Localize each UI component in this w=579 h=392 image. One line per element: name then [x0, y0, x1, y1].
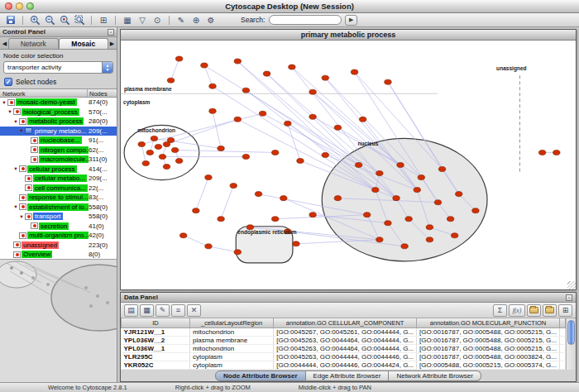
network-node[interactable] — [234, 59, 241, 64]
tree-row[interactable]: ▼ mosaic-demo-yeast 874(0) — [0, 98, 117, 108]
expander-icon[interactable]: ▼ — [18, 128, 25, 133]
table-cell[interactable]: mitochondrion — [190, 327, 274, 336]
network-edge[interactable] — [171, 59, 179, 80]
table-cell[interactable]: YLR295C — [122, 352, 190, 361]
network-node[interactable] — [472, 208, 479, 213]
network-node[interactable] — [218, 217, 224, 222]
table-row[interactable]: YPL036W__1mitochondrion[GO:0045263, GO:0… — [122, 344, 566, 352]
network-node[interactable] — [289, 65, 295, 69]
zoom-selected-button[interactable] — [58, 14, 71, 26]
network-node[interactable] — [376, 171, 383, 176]
network-node[interactable] — [242, 88, 249, 93]
network-edge[interactable] — [204, 65, 380, 173]
edit-attribute-button[interactable]: ✎ — [156, 304, 170, 317]
select-nodes-checkbox[interactable]: ✓ — [4, 78, 12, 86]
save-session-button[interactable] — [4, 14, 17, 26]
network-edge[interactable] — [288, 123, 300, 160]
table-cell[interactable]: [GO:0005488, GO:0005215, GO:0005374, G..… — [417, 361, 560, 369]
filter-button[interactable]: ▽ — [136, 14, 149, 26]
network-node[interactable] — [201, 63, 208, 68]
layout-button[interactable]: ⊙ — [151, 14, 164, 26]
close-window-icon[interactable] — [5, 2, 12, 10]
network-node[interactable] — [280, 196, 287, 201]
network-node[interactable] — [234, 250, 241, 255]
table-row[interactable]: YKR052Ccytoplasm[GO:0044444, GO:0044446,… — [122, 361, 566, 369]
zoom-out-button[interactable] — [43, 14, 56, 26]
network-node[interactable] — [151, 136, 157, 141]
network-canvas[interactable]: plasma membranecytoplasmmitochondrionnuc… — [121, 41, 576, 289]
tree-row[interactable]: ▼ cellular process 414(... — [0, 165, 117, 174]
network-edge[interactable] — [208, 246, 237, 252]
tab-network[interactable]: Network — [8, 38, 59, 49]
network-node[interactable] — [363, 213, 370, 218]
network-node[interactable] — [193, 208, 199, 213]
expander-icon[interactable]: ▼ — [12, 119, 19, 124]
table-cell[interactable]: [GO:0016787, GO:0005488, GO:0003824, G..… — [417, 352, 560, 361]
column-header[interactable]: _cellularLayoutRegion — [190, 318, 274, 327]
network-edge[interactable] — [213, 111, 221, 148]
network-node[interactable] — [385, 79, 391, 84]
network-node[interactable] — [455, 192, 462, 197]
network-node[interactable] — [138, 141, 145, 146]
network-node[interactable] — [538, 150, 545, 155]
network-node[interactable] — [322, 152, 328, 157]
network-node[interactable] — [209, 108, 216, 113]
zoom-window-icon[interactable] — [26, 2, 34, 10]
table-cell[interactable]: [GO:0016787, GO:0005488, GO:0005215, G..… — [417, 336, 560, 344]
search-go-button[interactable]: ▶ — [345, 15, 357, 26]
network-node[interactable] — [359, 117, 366, 122]
network-edge[interactable] — [196, 178, 208, 211]
network-node[interactable] — [234, 117, 241, 122]
table-cell[interactable]: YPL036W__1 — [122, 344, 190, 352]
network-node[interactable] — [255, 192, 261, 197]
network-node[interactable] — [163, 164, 170, 169]
expander-icon[interactable]: ▼ — [18, 214, 25, 219]
network-node[interactable] — [167, 137, 174, 142]
network-node[interactable] — [401, 244, 408, 249]
network-node[interactable] — [447, 217, 453, 222]
float-panel-icon[interactable]: ▫ — [108, 29, 114, 36]
scrollbar-thumb[interactable] — [567, 320, 575, 345]
tree-row[interactable]: ▼ establishment of lo... 558(0) — [0, 203, 117, 213]
network-node[interactable] — [414, 188, 420, 193]
network-node[interactable] — [393, 196, 400, 201]
network-node[interactable] — [434, 200, 441, 205]
network-node[interactable] — [309, 213, 316, 218]
table-row[interactable]: YPL036W__2plasma membrane[GO:0045263, GO… — [122, 336, 566, 344]
table-cell[interactable]: [GO:0016787, GO:0005488, GO:0005215, G..… — [417, 327, 560, 336]
network-node[interactable] — [372, 188, 379, 193]
open-folder-button[interactable] — [527, 304, 541, 317]
tree-row[interactable]: response to stimul... 83(... — [0, 193, 117, 203]
matrix-button[interactable]: ⊞ — [558, 304, 572, 317]
network-node[interactable] — [355, 162, 361, 167]
column-header[interactable]: annotation.GO CELLULAR_COMPONENT — [274, 318, 417, 327]
network-node[interactable] — [334, 125, 341, 130]
tree-row[interactable]: cell communica... 22(... — [0, 184, 117, 194]
tab-node-attribute-browser[interactable]: Node Attribute Browser — [215, 370, 306, 381]
network-node[interactable] — [171, 147, 178, 152]
network-node[interactable] — [351, 69, 357, 74]
tree-row[interactable]: ▼ biological_process 570(... — [0, 108, 117, 117]
table-cell[interactable]: mitochondrion — [190, 344, 274, 352]
zoom-in-button[interactable] — [28, 14, 41, 26]
network-node[interactable] — [451, 233, 457, 238]
network-node[interactable] — [322, 75, 328, 80]
vizmapper-button[interactable]: ▦ — [121, 14, 134, 26]
tree-row[interactable]: macromolecule... 311(0) — [0, 155, 117, 165]
window-titlebar[interactable]: Cytoscape Desktop (New Session) — [0, 0, 579, 13]
tree-row[interactable]: unassigned 223(0) — [0, 241, 117, 251]
table-cell[interactable]: plasma membrane — [190, 336, 274, 344]
table-cell[interactable]: [GO:0045263, GO:0044444, GO:0044446, G..… — [274, 352, 417, 361]
table-cell[interactable]: YPL036W__2 — [122, 336, 190, 344]
annotation-button[interactable]: ✎ — [175, 14, 188, 26]
network-node[interactable] — [293, 241, 299, 246]
network-node[interactable] — [271, 150, 278, 155]
network-node[interactable] — [209, 84, 216, 88]
zoom-fit-button[interactable] — [73, 14, 86, 26]
tree-row[interactable]: ▼ primary metabo... 209(... — [0, 127, 117, 136]
network-node[interactable] — [175, 158, 182, 163]
network-node[interactable] — [285, 121, 291, 126]
network-node[interactable] — [297, 158, 304, 163]
network-node[interactable] — [385, 221, 391, 226]
expander-icon[interactable]: ▼ — [1, 100, 7, 105]
